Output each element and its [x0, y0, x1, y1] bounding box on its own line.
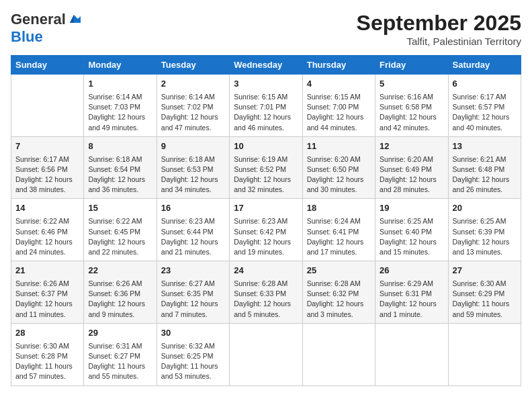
calendar-cell: 5Sunrise: 6:16 AM Sunset: 6:58 PM Daylig… [375, 75, 448, 137]
calendar-cell: 26Sunrise: 6:29 AM Sunset: 6:31 PM Dayli… [375, 261, 448, 324]
week-row-4: 21Sunrise: 6:26 AM Sunset: 6:37 PM Dayli… [11, 261, 521, 324]
calendar-cell: 2Sunrise: 6:14 AM Sunset: 7:02 PM Daylig… [157, 75, 229, 137]
day-info: Sunrise: 6:16 AM Sunset: 6:58 PM Dayligh… [380, 92, 443, 133]
calendar-cell: 19Sunrise: 6:25 AM Sunset: 6:40 PM Dayli… [375, 199, 448, 261]
day-info: Sunrise: 6:23 AM Sunset: 6:44 PM Dayligh… [161, 216, 225, 257]
calendar-cell: 28Sunrise: 6:30 AM Sunset: 6:28 PM Dayli… [11, 323, 84, 385]
day-info: Sunrise: 6:18 AM Sunset: 6:54 PM Dayligh… [88, 154, 152, 195]
week-row-3: 14Sunrise: 6:22 AM Sunset: 6:46 PM Dayli… [11, 199, 521, 261]
day-info: Sunrise: 6:17 AM Sunset: 6:57 PM Dayligh… [453, 92, 517, 133]
header-friday: Friday [375, 56, 448, 75]
calendar-cell: 7Sunrise: 6:17 AM Sunset: 6:56 PM Daylig… [11, 136, 84, 199]
day-info: Sunrise: 6:15 AM Sunset: 7:00 PM Dayligh… [307, 92, 371, 133]
day-number: 3 [234, 78, 298, 91]
day-info: Sunrise: 6:32 AM Sunset: 6:25 PM Dayligh… [161, 341, 225, 382]
logo: General Blue [11, 11, 81, 46]
day-number: 21 [15, 265, 79, 277]
calendar-cell [375, 323, 448, 385]
day-number: 27 [453, 265, 517, 277]
week-row-2: 7Sunrise: 6:17 AM Sunset: 6:56 PM Daylig… [11, 136, 521, 199]
calendar-cell: 17Sunrise: 6:23 AM Sunset: 6:42 PM Dayli… [230, 199, 302, 261]
day-number: 12 [380, 140, 443, 153]
calendar-cell: 30Sunrise: 6:32 AM Sunset: 6:25 PM Dayli… [157, 323, 229, 385]
header-wednesday: Wednesday [230, 56, 302, 75]
day-number: 26 [380, 265, 443, 277]
calendar-cell: 12Sunrise: 6:20 AM Sunset: 6:49 PM Dayli… [375, 136, 448, 199]
day-number: 24 [234, 265, 298, 277]
day-number: 14 [15, 202, 79, 215]
day-info: Sunrise: 6:20 AM Sunset: 6:50 PM Dayligh… [307, 154, 371, 195]
day-info: Sunrise: 6:17 AM Sunset: 6:56 PM Dayligh… [15, 154, 79, 195]
day-info: Sunrise: 6:27 AM Sunset: 6:35 PM Dayligh… [161, 279, 225, 320]
calendar-cell [230, 323, 302, 385]
calendar-cell [11, 75, 84, 137]
calendar-title: September 2025 [357, 11, 521, 36]
calendar-cell: 8Sunrise: 6:18 AM Sunset: 6:54 PM Daylig… [84, 136, 157, 199]
calendar-subtitle: Talfit, Palestinian Territory [357, 36, 521, 47]
day-info: Sunrise: 6:18 AM Sunset: 6:53 PM Dayligh… [161, 154, 225, 195]
day-number: 16 [161, 202, 225, 215]
header-row: SundayMondayTuesdayWednesdayThursdayFrid… [11, 56, 521, 75]
day-info: Sunrise: 6:19 AM Sunset: 6:52 PM Dayligh… [234, 154, 298, 195]
day-number: 7 [15, 140, 79, 153]
calendar-cell: 16Sunrise: 6:23 AM Sunset: 6:44 PM Dayli… [157, 199, 229, 261]
day-info: Sunrise: 6:26 AM Sunset: 6:37 PM Dayligh… [15, 279, 79, 320]
day-info: Sunrise: 6:20 AM Sunset: 6:49 PM Dayligh… [380, 154, 443, 195]
day-number: 10 [234, 140, 298, 153]
day-info: Sunrise: 6:14 AM Sunset: 7:02 PM Dayligh… [161, 92, 225, 133]
calendar-cell: 13Sunrise: 6:21 AM Sunset: 6:48 PM Dayli… [448, 136, 521, 199]
calendar-cell: 11Sunrise: 6:20 AM Sunset: 6:50 PM Dayli… [302, 136, 375, 199]
day-number: 28 [15, 327, 79, 340]
header-sunday: Sunday [11, 56, 84, 75]
day-number: 11 [307, 140, 371, 153]
day-number: 6 [453, 78, 517, 91]
day-number: 18 [307, 202, 371, 215]
calendar-cell: 4Sunrise: 6:15 AM Sunset: 7:00 PM Daylig… [302, 75, 375, 137]
day-number: 8 [88, 140, 152, 153]
calendar-cell: 18Sunrise: 6:24 AM Sunset: 6:41 PM Dayli… [302, 199, 375, 261]
calendar-cell: 23Sunrise: 6:27 AM Sunset: 6:35 PM Dayli… [157, 261, 229, 324]
calendar-cell: 27Sunrise: 6:30 AM Sunset: 6:29 PM Dayli… [448, 261, 521, 324]
calendar-cell: 21Sunrise: 6:26 AM Sunset: 6:37 PM Dayli… [11, 261, 84, 324]
title-block: September 2025 Talfit, Palestinian Terri… [357, 11, 521, 47]
day-number: 13 [453, 140, 517, 153]
day-number: 22 [88, 265, 152, 277]
day-number: 19 [380, 202, 443, 215]
week-row-5: 28Sunrise: 6:30 AM Sunset: 6:28 PM Dayli… [11, 323, 521, 385]
day-number: 30 [161, 327, 225, 340]
header-saturday: Saturday [448, 56, 521, 75]
day-info: Sunrise: 6:30 AM Sunset: 6:28 PM Dayligh… [15, 341, 79, 382]
day-info: Sunrise: 6:25 AM Sunset: 6:40 PM Dayligh… [380, 216, 443, 257]
calendar-cell: 22Sunrise: 6:26 AM Sunset: 6:36 PM Dayli… [84, 261, 157, 324]
calendar-cell: 25Sunrise: 6:28 AM Sunset: 6:32 PM Dayli… [302, 261, 375, 324]
calendar-cell: 14Sunrise: 6:22 AM Sunset: 6:46 PM Dayli… [11, 199, 84, 261]
day-info: Sunrise: 6:14 AM Sunset: 7:03 PM Dayligh… [88, 92, 152, 133]
calendar-cell [302, 323, 375, 385]
calendar-cell: 3Sunrise: 6:15 AM Sunset: 7:01 PM Daylig… [230, 75, 302, 137]
day-number: 29 [88, 327, 152, 340]
day-number: 5 [380, 78, 443, 91]
day-number: 15 [88, 202, 152, 215]
day-info: Sunrise: 6:28 AM Sunset: 6:32 PM Dayligh… [307, 279, 371, 320]
day-info: Sunrise: 6:22 AM Sunset: 6:46 PM Dayligh… [15, 216, 79, 257]
day-info: Sunrise: 6:31 AM Sunset: 6:27 PM Dayligh… [88, 341, 152, 382]
calendar-cell: 9Sunrise: 6:18 AM Sunset: 6:53 PM Daylig… [157, 136, 229, 199]
calendar-cell: 10Sunrise: 6:19 AM Sunset: 6:52 PM Dayli… [230, 136, 302, 199]
day-number: 20 [453, 202, 517, 215]
svg-marker-1 [70, 15, 74, 23]
calendar-cell: 1Sunrise: 6:14 AM Sunset: 7:03 PM Daylig… [84, 75, 157, 137]
day-info: Sunrise: 6:21 AM Sunset: 6:48 PM Dayligh… [453, 154, 517, 195]
page-header: General Blue September 2025 Talfit, Pale… [11, 11, 521, 47]
day-info: Sunrise: 6:15 AM Sunset: 7:01 PM Dayligh… [234, 92, 298, 133]
day-number: 23 [161, 265, 225, 277]
day-number: 25 [307, 265, 371, 277]
calendar-cell: 29Sunrise: 6:31 AM Sunset: 6:27 PM Dayli… [84, 323, 157, 385]
header-tuesday: Tuesday [157, 56, 229, 75]
calendar-table: SundayMondayTuesdayWednesdayThursdayFrid… [11, 55, 521, 386]
logo-bird-icon [67, 13, 81, 26]
calendar-cell: 24Sunrise: 6:28 AM Sunset: 6:33 PM Dayli… [230, 261, 302, 324]
day-info: Sunrise: 6:28 AM Sunset: 6:33 PM Dayligh… [234, 279, 298, 320]
day-number: 9 [161, 140, 225, 153]
week-row-1: 1Sunrise: 6:14 AM Sunset: 7:03 PM Daylig… [11, 75, 521, 137]
day-info: Sunrise: 6:22 AM Sunset: 6:45 PM Dayligh… [88, 216, 152, 257]
